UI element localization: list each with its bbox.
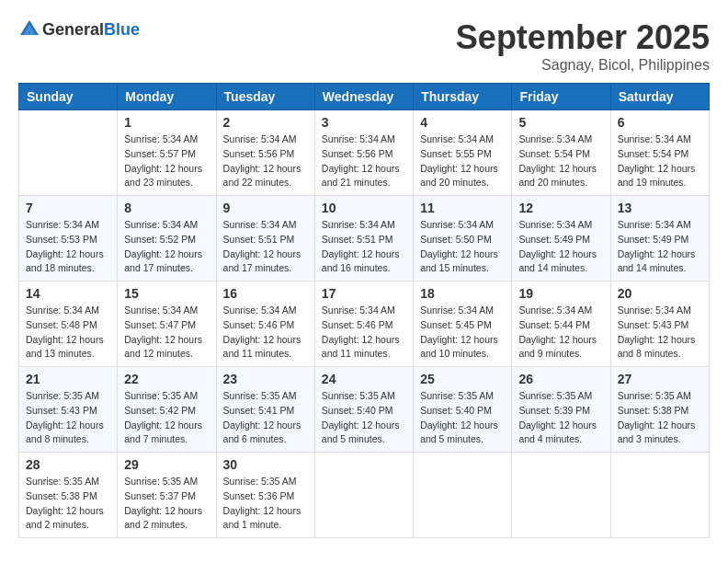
- day-number: 25: [420, 372, 505, 386]
- day-info: Sunrise: 5:34 AMSunset: 5:45 PMDaylight:…: [420, 304, 505, 362]
- calendar-cell: 13Sunrise: 5:34 AMSunset: 5:49 PMDayligh…: [610, 196, 709, 282]
- calendar-week-3: 14Sunrise: 5:34 AMSunset: 5:48 PMDayligh…: [19, 282, 710, 367]
- calendar-cell: 24Sunrise: 5:35 AMSunset: 5:40 PMDayligh…: [314, 367, 413, 453]
- day-info: Sunrise: 5:34 AMSunset: 5:56 PMDaylight:…: [223, 132, 308, 190]
- calendar-cell: 4Sunrise: 5:34 AMSunset: 5:55 PMDaylight…: [414, 110, 512, 196]
- day-number: 29: [124, 457, 209, 472]
- day-number: 18: [420, 286, 505, 301]
- day-info: Sunrise: 5:35 AMSunset: 5:38 PMDaylight:…: [618, 389, 702, 447]
- day-number: 11: [420, 201, 505, 215]
- calendar-cell: 28Sunrise: 5:35 AMSunset: 5:38 PMDayligh…: [19, 453, 118, 538]
- day-info: Sunrise: 5:34 AMSunset: 5:52 PMDaylight:…: [124, 218, 209, 276]
- day-number: 20: [618, 286, 702, 301]
- day-info: Sunrise: 5:35 AMSunset: 5:36 PMDaylight:…: [223, 475, 308, 533]
- day-info: Sunrise: 5:34 AMSunset: 5:56 PMDaylight:…: [322, 132, 406, 190]
- calendar-cell: [314, 453, 413, 538]
- day-info: Sunrise: 5:34 AMSunset: 5:49 PMDaylight:…: [518, 218, 603, 276]
- calendar-week-2: 7Sunrise: 5:34 AMSunset: 5:53 PMDaylight…: [19, 196, 710, 282]
- calendar-cell: [414, 453, 512, 538]
- day-info: Sunrise: 5:34 AMSunset: 5:55 PMDaylight:…: [420, 132, 505, 190]
- calendar-cell: 14Sunrise: 5:34 AMSunset: 5:48 PMDayligh…: [19, 282, 118, 367]
- calendar-cell: 16Sunrise: 5:34 AMSunset: 5:46 PMDayligh…: [216, 282, 314, 367]
- calendar-cell: 20Sunrise: 5:34 AMSunset: 5:43 PMDayligh…: [610, 282, 709, 367]
- calendar-cell: 18Sunrise: 5:34 AMSunset: 5:45 PMDayligh…: [414, 282, 512, 367]
- day-number: 9: [223, 201, 308, 215]
- day-info: Sunrise: 5:35 AMSunset: 5:40 PMDaylight:…: [322, 389, 406, 447]
- day-number: 17: [322, 286, 406, 301]
- calendar-col-thursday: Thursday: [414, 84, 512, 110]
- title-area: September 2025 Sagnay, Bicol, Philippine…: [456, 18, 710, 74]
- calendar-cell: 5Sunrise: 5:34 AMSunset: 5:54 PMDaylight…: [512, 110, 610, 196]
- calendar-cell: 17Sunrise: 5:34 AMSunset: 5:46 PMDayligh…: [314, 282, 413, 367]
- day-info: Sunrise: 5:34 AMSunset: 5:54 PMDaylight:…: [518, 132, 603, 190]
- calendar-cell: 8Sunrise: 5:34 AMSunset: 5:52 PMDaylight…: [118, 196, 216, 282]
- calendar-col-monday: Monday: [118, 84, 216, 110]
- day-number: 4: [420, 115, 505, 130]
- calendar-header: SundayMondayTuesdayWednesdayThursdayFrid…: [19, 84, 710, 110]
- day-info: Sunrise: 5:34 AMSunset: 5:46 PMDaylight:…: [223, 304, 308, 362]
- day-number: 13: [618, 201, 702, 215]
- calendar-table: SundayMondayTuesdayWednesdayThursdayFrid…: [18, 83, 710, 538]
- calendar-cell: [19, 110, 118, 196]
- day-number: 24: [322, 372, 406, 386]
- day-info: Sunrise: 5:34 AMSunset: 5:57 PMDaylight:…: [124, 132, 209, 190]
- logo-icon: [18, 18, 40, 40]
- calendar-cell: 15Sunrise: 5:34 AMSunset: 5:47 PMDayligh…: [118, 282, 216, 367]
- calendar-cell: 10Sunrise: 5:34 AMSunset: 5:51 PMDayligh…: [314, 196, 413, 282]
- calendar-cell: 9Sunrise: 5:34 AMSunset: 5:51 PMDaylight…: [216, 196, 314, 282]
- calendar-cell: 21Sunrise: 5:35 AMSunset: 5:43 PMDayligh…: [19, 367, 118, 453]
- calendar-week-4: 21Sunrise: 5:35 AMSunset: 5:43 PMDayligh…: [19, 367, 710, 453]
- calendar-col-saturday: Saturday: [610, 84, 709, 110]
- day-number: 8: [124, 201, 209, 215]
- day-number: 14: [26, 286, 110, 301]
- calendar-cell: 26Sunrise: 5:35 AMSunset: 5:39 PMDayligh…: [512, 367, 610, 453]
- calendar-week-5: 28Sunrise: 5:35 AMSunset: 5:38 PMDayligh…: [19, 453, 710, 538]
- calendar-cell: 30Sunrise: 5:35 AMSunset: 5:36 PMDayligh…: [216, 453, 314, 538]
- calendar-cell: [610, 453, 709, 538]
- day-info: Sunrise: 5:34 AMSunset: 5:43 PMDaylight:…: [618, 304, 702, 362]
- calendar-cell: 2Sunrise: 5:34 AMSunset: 5:56 PMDaylight…: [216, 110, 314, 196]
- calendar-cell: 19Sunrise: 5:34 AMSunset: 5:44 PMDayligh…: [512, 282, 610, 367]
- day-number: 7: [26, 201, 110, 215]
- day-number: 2: [223, 115, 308, 130]
- day-number: 28: [26, 457, 110, 472]
- day-number: 5: [518, 115, 603, 130]
- day-number: 27: [618, 372, 702, 386]
- location: Sagnay, Bicol, Philippines: [456, 57, 710, 74]
- calendar-cell: 6Sunrise: 5:34 AMSunset: 5:54 PMDaylight…: [610, 110, 709, 196]
- day-number: 3: [322, 115, 406, 130]
- logo-general: General: [42, 20, 104, 39]
- day-info: Sunrise: 5:35 AMSunset: 5:39 PMDaylight:…: [518, 389, 603, 447]
- calendar-cell: 23Sunrise: 5:35 AMSunset: 5:41 PMDayligh…: [216, 367, 314, 453]
- day-info: Sunrise: 5:35 AMSunset: 5:42 PMDaylight:…: [124, 389, 209, 447]
- calendar-cell: [512, 453, 610, 538]
- day-info: Sunrise: 5:35 AMSunset: 5:40 PMDaylight:…: [420, 389, 505, 447]
- day-number: 1: [124, 115, 209, 130]
- calendar-col-sunday: Sunday: [19, 84, 118, 110]
- calendar-cell: 29Sunrise: 5:35 AMSunset: 5:37 PMDayligh…: [118, 453, 216, 538]
- day-number: 21: [26, 372, 110, 386]
- day-number: 10: [322, 201, 406, 215]
- day-info: Sunrise: 5:35 AMSunset: 5:43 PMDaylight:…: [26, 389, 110, 447]
- calendar-cell: 12Sunrise: 5:34 AMSunset: 5:49 PMDayligh…: [512, 196, 610, 282]
- month-title: September 2025: [456, 18, 710, 57]
- calendar-cell: 1Sunrise: 5:34 AMSunset: 5:57 PMDaylight…: [118, 110, 216, 196]
- calendar-col-wednesday: Wednesday: [314, 84, 413, 110]
- day-number: 12: [518, 201, 603, 215]
- day-number: 23: [223, 372, 308, 386]
- day-info: Sunrise: 5:34 AMSunset: 5:51 PMDaylight:…: [322, 218, 406, 276]
- calendar-col-friday: Friday: [512, 84, 610, 110]
- day-number: 15: [124, 286, 209, 301]
- day-info: Sunrise: 5:34 AMSunset: 5:54 PMDaylight:…: [618, 132, 702, 190]
- calendar-cell: 22Sunrise: 5:35 AMSunset: 5:42 PMDayligh…: [118, 367, 216, 453]
- calendar-cell: 27Sunrise: 5:35 AMSunset: 5:38 PMDayligh…: [610, 367, 709, 453]
- page-header: GeneralBlue September 2025 Sagnay, Bicol…: [18, 18, 710, 74]
- day-info: Sunrise: 5:35 AMSunset: 5:41 PMDaylight:…: [223, 389, 308, 447]
- day-number: 26: [518, 372, 603, 386]
- day-info: Sunrise: 5:34 AMSunset: 5:48 PMDaylight:…: [26, 304, 110, 362]
- day-info: Sunrise: 5:35 AMSunset: 5:38 PMDaylight:…: [26, 475, 110, 533]
- day-info: Sunrise: 5:34 AMSunset: 5:47 PMDaylight:…: [124, 304, 209, 362]
- logo: GeneralBlue: [18, 18, 140, 40]
- day-info: Sunrise: 5:34 AMSunset: 5:46 PMDaylight:…: [322, 304, 406, 362]
- logo-blue: Blue: [104, 20, 140, 39]
